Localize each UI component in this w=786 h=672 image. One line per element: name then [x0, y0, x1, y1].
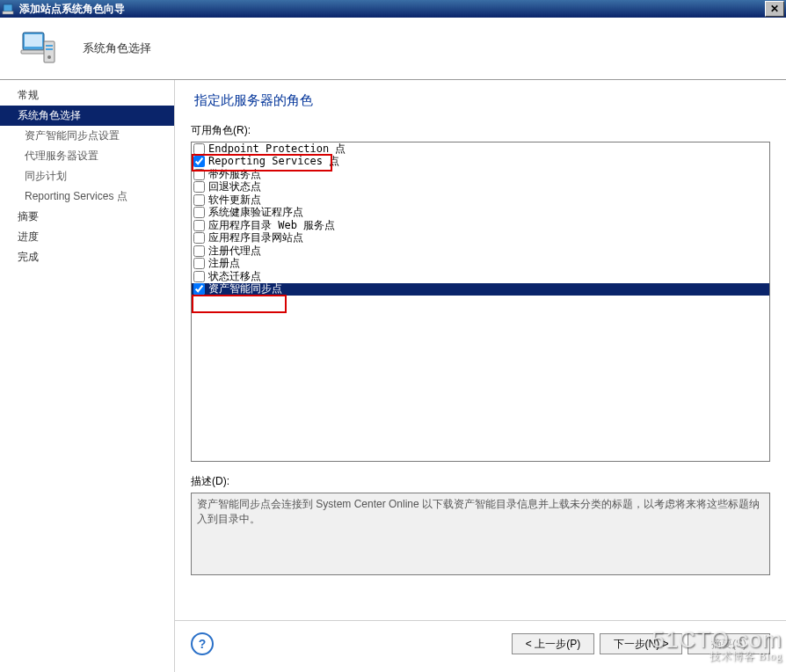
role-row[interactable]: Reporting Services 点: [192, 156, 769, 169]
nav-item-role-selection[interactable]: 系统角色选择: [0, 106, 174, 126]
close-button[interactable]: ✕: [765, 1, 784, 17]
titlebar: 添加站点系统角色向导 ✕: [0, 0, 786, 18]
nav-item-complete[interactable]: 完成: [0, 247, 174, 267]
role-checkbox-out-of-band[interactable]: [193, 169, 205, 180]
available-roles-list[interactable]: Endpoint Protection 点 Reporting Services…: [191, 142, 770, 462]
nav-item-sync-plan[interactable]: 同步计划: [0, 166, 174, 186]
svg-rect-6: [46, 45, 53, 47]
role-checkbox-endpoint-protection[interactable]: [193, 143, 205, 155]
role-checkbox-health-validator[interactable]: [193, 207, 205, 218]
wizard-footer: ? < 上一步(P) 下一步(N) > 摘要(S): [175, 620, 786, 667]
role-checkbox-state-migration[interactable]: [193, 271, 205, 282]
sidebar-nav: 常规 系统角色选择 资产智能同步点设置 代理服务器设置 同步计划 Reporti…: [0, 80, 174, 672]
nav-item-proxy-settings[interactable]: 代理服务器设置: [0, 146, 174, 166]
role-checkbox-fallback-status[interactable]: [193, 181, 205, 193]
svg-rect-4: [21, 50, 46, 54]
svg-point-8: [47, 55, 51, 59]
svg-rect-5: [44, 41, 55, 62]
role-row[interactable]: 回退状态点: [192, 181, 769, 194]
wizard-window: 添加站点系统角色向导 ✕ 系统角色选择 常规 系统角色选择 资产智能同步点设置 …: [0, 0, 786, 672]
role-row[interactable]: 带外服务点: [192, 168, 769, 181]
annotation-highlight-asset-sync: [192, 295, 287, 313]
svg-rect-7: [46, 48, 53, 50]
svg-rect-3: [25, 34, 42, 47]
available-roles-label: 可用角色(R):: [191, 123, 770, 138]
wizard-body: 常规 系统角色选择 资产智能同步点设置 代理服务器设置 同步计划 Reporti…: [0, 80, 786, 672]
description-label: 描述(D):: [191, 474, 770, 489]
role-checkbox-app-catalog-webservice[interactable]: [193, 220, 205, 231]
app-icon: [2, 2, 16, 16]
window-title: 添加站点系统角色向导: [19, 2, 764, 17]
summary-button[interactable]: 摘要(S): [688, 633, 770, 654]
next-button[interactable]: 下一步(N) >: [600, 633, 682, 654]
nav-item-general[interactable]: 常规: [0, 85, 174, 106]
nav-item-summary[interactable]: 摘要: [0, 207, 174, 227]
svg-rect-1: [3, 11, 13, 14]
role-checkbox-asset-intelligence-sync[interactable]: [193, 283, 205, 295]
nav-item-asset-sync-settings[interactable]: 资产智能同步点设置: [0, 126, 174, 146]
role-row[interactable]: 注册点: [192, 258, 769, 271]
description-box: 资产智能同步点会连接到 System Center Online 以下载资产智能…: [191, 493, 770, 575]
wizard-header: 系统角色选择: [0, 18, 786, 80]
nav-item-reporting-services[interactable]: Reporting Services 点: [0, 186, 174, 207]
main-panel: 指定此服务器的角色 可用角色(R): Endpoint Protection 点…: [174, 80, 786, 672]
role-row[interactable]: 注册代理点: [192, 245, 769, 258]
role-checkbox-enrollment-proxy[interactable]: [193, 245, 205, 257]
server-icon: [18, 27, 60, 69]
role-checkbox-app-catalog-website[interactable]: [193, 232, 205, 244]
role-checkbox-enrollment[interactable]: [193, 258, 205, 269]
main-heading: 指定此服务器的角色: [191, 89, 770, 123]
role-row[interactable]: 资产智能同步点: [192, 283, 769, 296]
role-checkbox-software-update[interactable]: [193, 194, 205, 206]
help-icon[interactable]: ?: [191, 632, 214, 655]
header-subtitle: 系统角色选择: [83, 40, 151, 56]
nav-item-progress[interactable]: 进度: [0, 227, 174, 247]
svg-rect-0: [4, 4, 12, 11]
role-row[interactable]: 应用程序目录网站点: [192, 232, 769, 245]
previous-button[interactable]: < 上一步(P): [512, 633, 594, 654]
role-checkbox-reporting-services[interactable]: [193, 156, 205, 167]
role-label: 资产智能同步点: [208, 281, 282, 296]
